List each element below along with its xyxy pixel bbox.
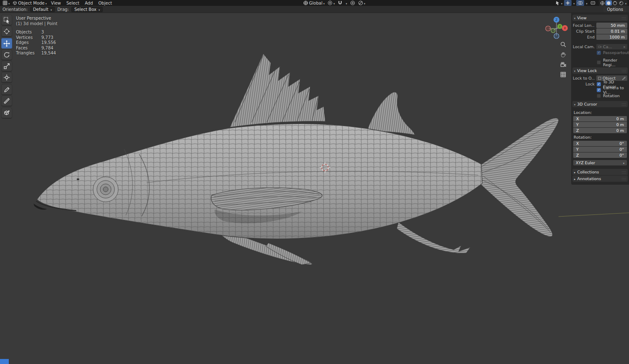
shading-material-button[interactable] [612,0,618,5]
shading-mode-group [599,0,628,6]
pivot-point-dropdown[interactable] [326,0,336,6]
orientation-select[interactable]: Default [30,7,55,12]
rotate-icon [3,52,10,58]
navigation-gizmo[interactable]: Z X Y [544,15,569,39]
camera-view-button[interactable] [559,61,567,68]
object-visibility-dropdown[interactable] [554,0,564,6]
section-view-header[interactable]: View [572,15,628,21]
tool-cursor[interactable] [1,26,12,36]
axis-label: Z [576,128,579,133]
overlays-dropdown[interactable] [585,0,588,6]
tool-add-cube[interactable] [1,108,12,118]
clear-icon[interactable] [623,44,626,49]
gizmo-y-neg-axis[interactable] [551,28,555,33]
tail-fin [479,118,559,237]
tool-select-box[interactable] [1,15,12,25]
snap-toggle[interactable] [336,0,344,6]
local-camera-field[interactable]: Ca... [596,44,627,49]
magnet-icon [338,0,343,5]
chevron-down-icon [99,7,100,12]
passepartout-checkbox[interactable] [597,51,601,55]
menu-select[interactable]: Select [64,1,82,5]
stat-label: Faces [16,46,34,51]
lock-rotation-label: Rotation [603,93,620,98]
shading-dropdown[interactable] [624,0,627,5]
tool-move[interactable] [1,38,12,49]
section-collections-header[interactable]: Collections [572,169,628,175]
lock-rotation-checkbox[interactable] [597,94,601,98]
cursor-location-y[interactable]: Y0 m [573,122,627,127]
local-camera-value: Ca... [603,44,612,49]
rotation-mode-dropdown[interactable]: XYZ Euler [573,160,627,165]
clip-end-field[interactable]: 1000 m [596,34,627,40]
shading-rendered-button[interactable] [618,0,624,5]
orthographic-toggle-button[interactable] [559,71,567,78]
tool-annotate[interactable] [1,84,12,95]
dorsal-fin-rear [366,92,415,135]
options-button[interactable]: Options [603,6,626,12]
drag-grip-icon[interactable] [621,176,626,181]
cursor-location-z[interactable]: Z0 m [573,128,627,133]
clip-end-value: 1000 m [610,35,625,39]
gizmos-dropdown[interactable] [572,0,576,6]
zoom-button[interactable] [559,41,567,48]
drag-select[interactable]: Select Box [71,7,103,12]
focal-length-field[interactable]: 50 mm [596,23,627,28]
mode-dropdown[interactable]: Object Mode [11,0,48,6]
stat-label: Triangles [16,51,34,56]
chevron-down-icon [561,1,562,5]
axis-value: 0 m [616,122,624,127]
scene-canvas[interactable] [0,13,629,364]
focal-length-label: Focal Len... [573,23,595,28]
axis-value: 0 m [616,128,624,133]
proportional-falloff-dropdown[interactable] [357,0,366,6]
transform-orientation-dropdown[interactable]: Global [302,0,326,6]
menu-view[interactable]: View [49,1,64,5]
cursor-section-body: Location: X0 m Y0 m Z0 m Rotation: X0° Y… [572,108,628,168]
drag-grip-icon[interactable] [621,170,626,174]
proportional-editing-toggle[interactable] [349,0,356,6]
gizmos-toggle[interactable] [564,0,572,6]
gizmo-x-neg-axis[interactable] [546,26,551,31]
shading-solid-button[interactable] [606,0,612,5]
drag-grip-icon[interactable] [621,15,626,20]
hand-icon [560,52,566,57]
tool-scale[interactable] [1,61,12,71]
snap-dropdown[interactable] [344,0,348,6]
gizmo-x-label: X [564,26,566,30]
render-region-checkbox[interactable] [597,60,601,65]
tool-transform[interactable] [1,72,12,83]
clip-start-field[interactable]: 0.01 m [596,28,627,34]
cursor-rotation-x[interactable]: X0° [573,141,627,146]
tool-measure[interactable] [1,96,12,106]
axis-value: 0 m [616,116,624,121]
orientation-value: Global [309,1,322,5]
overlays-toggle[interactable] [576,0,584,6]
cursor-rotation-z[interactable]: Z0° [573,152,627,158]
scale-icon [3,63,10,70]
section-annotations-header[interactable]: Annotations [572,176,628,182]
drag-grip-icon[interactable] [621,68,626,73]
xray-toggle[interactable] [589,0,597,6]
editor-type-button[interactable] [1,0,11,6]
camera-to-view-checkbox[interactable] [597,88,601,92]
tool-rotate[interactable] [1,49,12,60]
fish-model[interactable] [34,54,559,265]
menu-object[interactable]: Object [96,1,115,5]
pan-button[interactable] [559,51,567,58]
drag-grip-icon[interactable] [621,102,626,106]
section-3d-cursor-header[interactable]: 3D Cursor [572,101,628,107]
to-3d-cursor-checkbox[interactable] [597,82,601,86]
pointer-icon [555,0,560,5]
menu-add[interactable]: Add [82,1,95,5]
cursor-location-x[interactable]: X0 m [573,116,627,121]
passepartout-label: Passepartout [603,50,629,55]
shading-wireframe-button[interactable] [599,0,606,5]
section-view-lock-title: View Lock [577,68,597,73]
transform-icon [3,74,10,81]
orientation-label: Orientation: [3,7,28,12]
viewport-3d[interactable]: User Perspective (1) 3d model | Point Ob… [0,13,629,364]
section-view-lock-header[interactable]: View Lock [572,67,628,74]
cursor-rotation-y[interactable]: Y0° [573,147,627,152]
gizmo-z-neg-axis[interactable] [554,34,559,39]
